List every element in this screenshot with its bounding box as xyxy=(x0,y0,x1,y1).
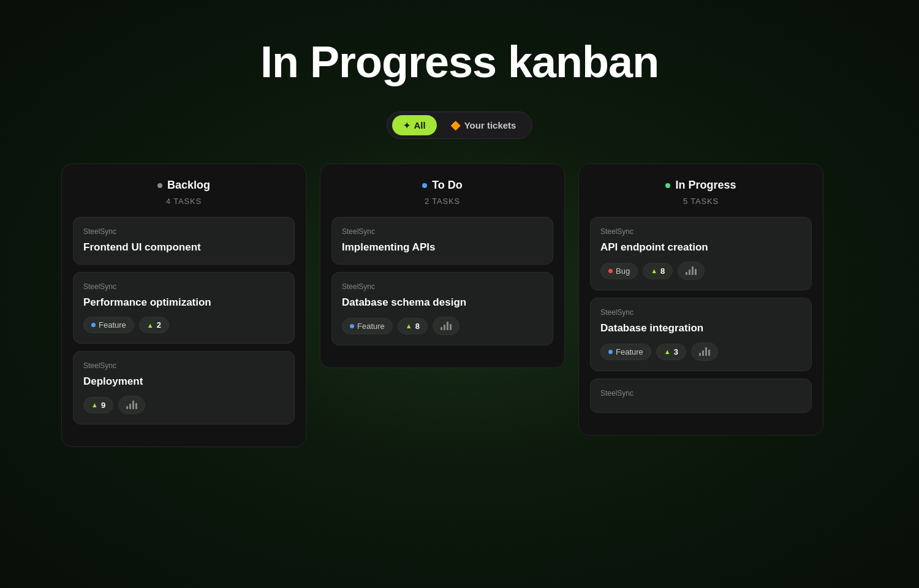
tag-dot-icon xyxy=(350,324,354,328)
task-project: SteelSync xyxy=(600,308,801,317)
task-card[interactable]: SteelSyncDeployment▲9 xyxy=(73,351,295,424)
filter-tickets-label: Your tickets xyxy=(464,120,516,130)
column-title-inprogress: In Progress xyxy=(675,179,736,192)
arrow-up-icon: ▲ xyxy=(651,267,657,274)
ticket-icon: 🔶 xyxy=(450,121,461,130)
task-tags: Feature▲3 xyxy=(600,342,801,361)
task-title: Performance optimization xyxy=(83,296,284,309)
task-tag-label: Bug xyxy=(600,263,638,279)
status-dot-inprogress xyxy=(665,183,670,188)
tag-text: Feature xyxy=(99,320,126,330)
sparkle-icon: ✦ xyxy=(403,121,410,130)
bar-chart-icon xyxy=(126,401,137,409)
tag-number-value: 3 xyxy=(674,347,678,356)
column-title-backlog: Backlog xyxy=(167,179,210,192)
bar-chart-icon xyxy=(441,322,452,330)
tag-text: Feature xyxy=(616,347,643,356)
arrow-up-icon: ▲ xyxy=(406,322,412,330)
task-tag-number: ▲8 xyxy=(398,318,428,334)
task-title: Frontend UI component xyxy=(83,241,284,254)
tag-text: Feature xyxy=(357,322,385,331)
task-project: SteelSync xyxy=(600,227,801,236)
arrow-up-icon: ▲ xyxy=(664,348,671,355)
task-card[interactable]: SteelSyncFrontend UI component xyxy=(73,217,295,265)
task-card[interactable]: SteelSync xyxy=(590,379,812,413)
task-tag-label: Feature xyxy=(600,344,651,360)
tag-dot-icon xyxy=(608,350,613,354)
tag-dot-icon xyxy=(91,323,96,327)
task-card[interactable]: SteelSyncDatabase schema designFeature▲8 xyxy=(331,272,553,345)
tag-number-value: 2 xyxy=(157,320,161,330)
status-dot-todo xyxy=(422,183,427,188)
task-title: Database integration xyxy=(600,322,801,335)
column-header-todo: To Do2 TASKS xyxy=(331,179,553,206)
task-project: SteelSync xyxy=(600,389,801,398)
page-title: In Progress kanban xyxy=(260,37,659,87)
arrow-up-icon: ▲ xyxy=(147,322,154,329)
tag-dot-icon xyxy=(608,269,613,273)
task-project: SteelSync xyxy=(342,282,543,291)
task-card[interactable]: SteelSyncImplementing APIs xyxy=(331,217,553,265)
task-title: Implementing APIs xyxy=(342,241,543,254)
task-tag-number: ▲9 xyxy=(83,397,113,413)
task-title: Database schema design xyxy=(342,296,543,309)
bar-chart-icon xyxy=(699,347,710,356)
tag-number-value: 9 xyxy=(101,401,105,410)
task-tags: Feature▲2 xyxy=(83,317,284,333)
status-dot-backlog xyxy=(157,183,162,188)
task-title: API endpoint creation xyxy=(600,241,801,254)
column-inprogress: In Progress5 TASKSSteelSyncAPI endpoint … xyxy=(578,164,823,435)
task-card[interactable]: SteelSyncAPI endpoint creationBug▲8 xyxy=(590,217,812,290)
task-project: SteelSync xyxy=(83,227,284,236)
task-tag-label: Feature xyxy=(83,317,134,333)
tag-number-value: 8 xyxy=(415,322,420,331)
task-tag-number: ▲2 xyxy=(139,317,169,333)
column-backlog: Backlog4 TASKSSteelSyncFrontend UI compo… xyxy=(61,164,306,447)
filter-all-button[interactable]: ✦ All xyxy=(392,115,437,135)
column-header-backlog: Backlog4 TASKS xyxy=(73,179,295,206)
task-tags: Feature▲8 xyxy=(342,317,543,335)
task-card[interactable]: SteelSyncPerformance optimizationFeature… xyxy=(73,272,295,344)
task-tag-chart xyxy=(691,342,718,361)
filter-all-label: All xyxy=(414,120,426,130)
task-card[interactable]: SteelSyncDatabase integrationFeature▲3 xyxy=(590,298,812,371)
task-tags: Bug▲8 xyxy=(600,262,801,280)
task-tag-number: ▲8 xyxy=(643,263,673,279)
arrow-up-icon: ▲ xyxy=(91,401,98,409)
column-count-todo: 2 TASKS xyxy=(425,197,460,206)
task-tag-label: Feature xyxy=(342,318,393,334)
task-project: SteelSync xyxy=(83,282,284,291)
filter-tickets-button[interactable]: 🔶 Your tickets xyxy=(439,115,528,135)
task-project: SteelSync xyxy=(342,227,543,236)
task-tag-number: ▲3 xyxy=(656,344,686,360)
task-title: Deployment xyxy=(83,375,284,388)
column-count-backlog: 4 TASKS xyxy=(166,197,202,206)
task-tags: ▲9 xyxy=(83,396,284,414)
kanban-board: Backlog4 TASKSSteelSyncFrontend UI compo… xyxy=(0,164,919,447)
filter-bar: ✦ All 🔶 Your tickets xyxy=(387,111,533,139)
task-tag-chart xyxy=(678,262,705,280)
tag-number-value: 8 xyxy=(660,266,665,276)
task-tag-chart xyxy=(118,396,145,414)
column-title-todo: To Do xyxy=(432,179,463,192)
column-header-inprogress: In Progress5 TASKS xyxy=(590,179,812,206)
tag-text: Bug xyxy=(616,266,630,276)
column-todo: To Do2 TASKSSteelSyncImplementing APIsSt… xyxy=(320,164,565,368)
task-tag-chart xyxy=(433,317,460,335)
bar-chart-icon xyxy=(686,266,697,275)
column-count-inprogress: 5 TASKS xyxy=(683,197,719,206)
task-project: SteelSync xyxy=(83,361,284,370)
